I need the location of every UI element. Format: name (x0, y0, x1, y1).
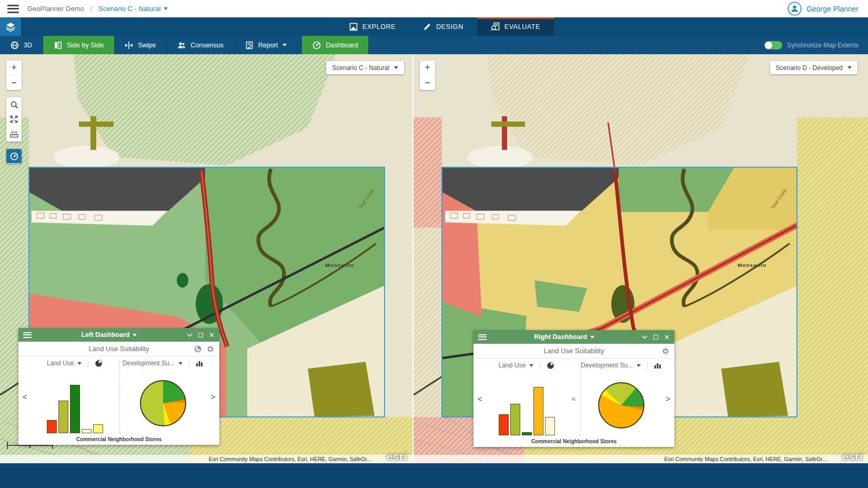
land-use-widget: Land Use (31, 356, 119, 436)
tab-label: EXPLORE (362, 23, 396, 31)
panel-menu-icon[interactable] (478, 334, 487, 340)
dashboard-tool-button[interactable] (6, 149, 22, 164)
gear-icon[interactable] (207, 345, 214, 353)
zoom-out-button[interactable]: − (420, 75, 435, 90)
breadcrumb-separator: / (90, 5, 93, 13)
pie-chart-toggle-icon[interactable] (95, 360, 103, 367)
sync-extents-control: Synchronize Map Extents (764, 36, 868, 54)
charts-row: < Land Use (18, 356, 219, 436)
widget-header: Development Su... (581, 358, 662, 372)
chart-caption: Commercial Neighborhood Stores (473, 439, 674, 447)
panel-header: Right Dashboard ✕ (473, 330, 674, 344)
bar-chart (499, 387, 555, 435)
metric-dropdown[interactable]: Land Use (47, 360, 82, 367)
panel-title-dropdown[interactable]: Right Dashboard (487, 333, 642, 341)
bar-yellow-green (510, 404, 520, 435)
map-label-town: Monsanto (738, 262, 766, 268)
pie-chart-area (581, 372, 662, 439)
close-icon[interactable]: ✕ (209, 332, 215, 338)
panel-window-controls: ✕ (187, 332, 215, 338)
full-extent-button[interactable] (6, 112, 22, 127)
visibility-icon[interactable] (194, 345, 201, 353)
map-label-town: Monsanto (325, 262, 354, 268)
charts-row: < Land Use (473, 358, 674, 439)
search-button[interactable] (6, 97, 22, 112)
measure-button[interactable] (6, 127, 22, 142)
report-button[interactable]: Report (235, 36, 298, 54)
tab-evaluate[interactable]: EVALUATE (477, 17, 554, 36)
bar-cream (82, 429, 92, 433)
layers-button[interactable] (0, 17, 21, 36)
report-icon (245, 41, 254, 49)
panel-menu-icon[interactable] (23, 332, 32, 338)
collapse-chevron-icon[interactable] (187, 333, 193, 337)
panel-subtitle: Land Use Suitability (473, 347, 674, 355)
dashboard-button[interactable]: Dashboard (302, 36, 368, 54)
map-area: Monsanto Seal Creek + − (0, 54, 868, 463)
tab-explore[interactable]: EXPLORE (336, 17, 409, 36)
tab-label: DESIGN (436, 23, 463, 31)
pie-chart-area (119, 370, 207, 436)
carousel-next-arrow[interactable]: > (207, 356, 219, 436)
right-dashboard-panel: Right Dashboard ✕ Land Use Suitability (473, 330, 674, 447)
carousel-prev-arrow[interactable]: < (473, 358, 486, 439)
metric-dropdown[interactable]: Development Su... (123, 360, 183, 367)
zoom-in-button[interactable]: + (420, 61, 435, 75)
development-suitability-widget: Development Su... (119, 356, 207, 436)
swipe-button[interactable]: Swipe (114, 36, 167, 54)
pie-chart-toggle-icon[interactable] (547, 362, 554, 370)
side-by-side-icon (54, 41, 62, 49)
chart-caption: Commercial Neighborhood Stores (18, 436, 219, 445)
panel-subtitle-row: Land Use Suitability (18, 342, 219, 356)
bar-chart-toggle-icon[interactable] (196, 360, 204, 367)
toggle-knob (765, 42, 772, 49)
gear-icon[interactable] (662, 347, 669, 355)
app-title: GeoPlanner Demo (27, 5, 84, 13)
zoom-out-button[interactable]: − (6, 75, 22, 90)
metric-dropdown[interactable]: Development Su... (581, 362, 641, 369)
bar-yellow (93, 424, 103, 433)
scenario-selector-left[interactable]: Scenario C - Natural (326, 61, 404, 74)
close-icon[interactable]: ✕ (664, 334, 670, 341)
3d-button[interactable]: 3D (0, 36, 43, 54)
pie-chart (140, 380, 186, 426)
bar-chart (47, 385, 103, 433)
consensus-people-icon (177, 41, 186, 49)
carousel-prev-arrow[interactable]: < (18, 356, 31, 436)
panel-subtitle-row: Land Use Suitability (473, 344, 674, 358)
collapse-chevron-icon[interactable] (642, 335, 648, 339)
esri-watermark: esri (842, 450, 863, 463)
side-by-side-button[interactable]: Side by Side (43, 36, 114, 54)
bar-chart-toggle-icon[interactable] (654, 362, 662, 369)
metric-dropdown[interactable]: Land Use (499, 362, 533, 369)
maximize-icon[interactable] (198, 333, 203, 337)
panel-title-dropdown[interactable]: Left Dashboard (32, 331, 187, 338)
scenario-selector-value: Scenario D - Developed (776, 64, 843, 72)
bar-red (47, 420, 57, 433)
app-menu-icon[interactable] (7, 5, 19, 13)
button-label: Consensus (190, 42, 224, 49)
metric-label: Development Su... (123, 360, 175, 367)
widget-header: Land Use (31, 356, 119, 370)
globe-icon (11, 41, 19, 49)
footer-bar (0, 463, 868, 488)
chevron-down-icon (529, 364, 533, 367)
bar-cream (545, 417, 555, 435)
breadcrumb-scenario-dropdown[interactable]: Scenario C - Natural (98, 5, 168, 13)
consensus-button[interactable]: Consensus (167, 36, 235, 54)
zoom-in-button[interactable]: + (6, 61, 22, 75)
land-use-widget: Land Use (486, 358, 567, 439)
carousel-next-arrow[interactable]: > (662, 358, 674, 439)
dashboard-gauge-icon (10, 152, 18, 161)
user-menu[interactable]: George Planner (788, 2, 861, 16)
map-attribution: Esri Community Maps Contributors, Esri, … (413, 455, 868, 463)
scenario-selector-right[interactable]: Scenario D - Developed (770, 61, 857, 74)
collapse-double-chevron[interactable]: « (567, 362, 581, 435)
chevron-down-icon (77, 362, 82, 365)
tab-design[interactable]: DESIGN (409, 17, 477, 36)
chevron-down-icon (133, 334, 137, 336)
top-bar: GeoPlanner Demo / Scenario C - Natural G… (0, 0, 868, 17)
sync-extents-toggle[interactable] (764, 41, 782, 49)
explore-icon (349, 23, 358, 31)
maximize-icon[interactable] (653, 335, 658, 340)
